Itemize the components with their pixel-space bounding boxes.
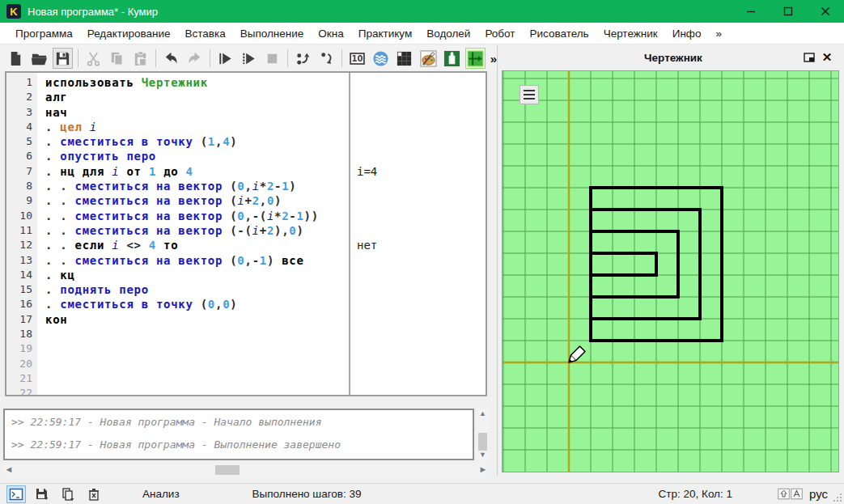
menu-item-3[interactable]: Выполнение [233,24,312,43]
menu-item-10[interactable]: Инфо [665,24,709,43]
save-console-icon [35,487,49,502]
console-vertical-scrollbar[interactable]: ▲ ▼ [477,409,489,460]
scroll-down-icon[interactable]: ▼ [477,450,489,460]
resize-grip[interactable] [833,493,842,502]
menu-item-8[interactable]: Рисователь [522,24,596,43]
code-line-4[interactable]: . цел i [45,120,349,134]
menubar: ПрограммаРедактированиеВставкаВыполнение… [0,23,844,44]
analysis-status: Анализ [142,488,180,500]
save-file-button[interactable] [53,48,73,69]
open-file-button[interactable] [29,48,49,69]
dock-window-button[interactable] [800,49,818,66]
statusbar: Анализ Выполнено шагов: 39 Стр: 20, Кол:… [0,483,844,504]
steps-counter: Выполнено шагов: 39 [252,488,362,500]
drawer-window-button[interactable] [465,48,486,69]
vodoley-window-button[interactable] [371,48,391,69]
robot-window-button[interactable] [442,48,462,69]
clear-console-button[interactable] [84,485,104,503]
code-area[interactable]: использовать Чертежникалгнач. цел i. сме… [37,73,349,395]
copy-console-button[interactable] [58,485,78,503]
line-number: 9 [6,193,32,208]
menu-item-1[interactable]: Редактирование [80,24,178,43]
svg-text:10: 10 [352,54,363,63]
code-line-16[interactable]: . сместиться в точку (0,0) [45,297,349,311]
code-line-14[interactable]: . кц [45,268,349,282]
code-line-12[interactable]: . . если i <> 4 то [45,238,349,252]
step-over-button[interactable] [293,48,313,69]
painter-window-button[interactable] [418,48,439,69]
scroll-left-icon[interactable]: ◄ [3,464,15,476]
line-number: 20 [6,357,32,371]
copy-console-icon [61,487,75,502]
clear-console-icon [87,487,101,502]
code-line-17[interactable]: кон [45,312,349,327]
new-file-button[interactable] [6,48,26,69]
stop-button[interactable] [262,48,282,69]
cursor-position: Стр: 20, Кол: 1 [659,488,732,500]
console-output[interactable]: >> 22:59:17 - Новая программа - Начало в… [3,409,474,460]
code-line-8[interactable]: . . сместиться на вектор (0,i*2-1) [45,179,349,193]
minimize-button[interactable] [732,0,770,23]
maximize-button[interactable] [770,0,807,23]
menu-item-0[interactable]: Программа [8,24,80,43]
drawer-header: Чертежник ✕ [498,45,844,70]
menu-item-4[interactable]: Окна [311,24,350,43]
letter-case-indicator-icon [791,488,803,500]
run-button[interactable] [215,48,235,69]
scroll-right-icon[interactable]: ► [477,464,489,476]
redo-button[interactable] [184,48,205,69]
keyboard-layout-indicator[interactable]: рус [809,487,828,501]
code-line-11[interactable]: . . сместиться на вектор (-(i+2),0) [45,223,349,238]
pen-icon [569,346,585,362]
drawer-menu-button[interactable] [520,85,539,104]
menu-item-9[interactable]: Чертежник [596,24,665,43]
line-number: 15 [6,282,32,297]
drawer-canvas [502,70,839,472]
drawer-drawing [503,71,838,472]
code-line-1[interactable]: использовать Чертежник [45,75,349,90]
toggle-console-button[interactable] [6,485,26,503]
horizontal-scroll-thumb[interactable] [215,465,240,475]
run-step-button[interactable] [239,48,259,69]
code-line-3[interactable]: нач [45,105,349,120]
line-number: 8 [6,179,32,193]
code-line-15[interactable]: . поднять перо [45,282,349,297]
code-line-2[interactable]: алг [45,90,349,104]
drawer-close-button[interactable]: ✕ [818,49,836,66]
code-line-5[interactable]: . сместиться в точку (1,4) [45,134,349,149]
line-number: 22 [6,386,32,396]
console-horizontal-scrollbar[interactable]: ◄ ► [3,464,489,476]
menu-item-5[interactable]: Практикум [351,24,419,43]
step-into-button[interactable] [316,48,337,69]
code-editor[interactable]: 12345678910111213141516171819202122 испо… [5,71,487,396]
menu-item-11[interactable]: » [708,24,729,43]
cut-button[interactable] [83,48,104,69]
terminal-icon [9,487,23,502]
robot-field-window-button[interactable] [394,48,414,69]
undo-button[interactable] [161,48,181,69]
toolbar-overflow-chevron[interactable]: » [490,52,497,66]
line-number: 11 [6,223,32,238]
menu-item-6[interactable]: Водолей [419,24,477,43]
line-number: 19 [6,341,32,356]
console-message-1: >> 22:59:17 - Новая программа - Начало в… [11,416,466,428]
menu-item-2[interactable]: Вставка [178,24,233,43]
vertical-scroll-thumb[interactable] [478,433,487,451]
console-message-2: >> 22:59:17 - Новая программа - Выполнен… [11,438,466,451]
code-line-9[interactable]: . . сместиться на вектор (i+2,0) [45,193,349,208]
code-line-7[interactable]: . нц для i от 1 до 4 [45,164,349,179]
code-line-13[interactable]: . . сместиться на вектор (0,-1) все [45,253,349,268]
paste-button[interactable] [130,48,151,69]
debug-annotation-line-7: i=4 [357,164,377,179]
menu-item-7[interactable]: Робот [477,24,522,43]
close-button[interactable] [807,0,844,23]
toolbar-separator [210,49,210,67]
debug-margin: i=4нет [350,73,486,395]
code-line-10[interactable]: . . сместиться на вектор (0,-(i*2-1)) [45,209,349,223]
line-number: 18 [6,327,32,341]
show-values-button[interactable]: 10 [347,48,367,69]
code-line-6[interactable]: . опустить перо [45,149,349,163]
save-console-button[interactable] [32,485,52,503]
copy-button[interactable] [107,48,127,69]
scroll-up-icon[interactable]: ▲ [477,409,489,419]
